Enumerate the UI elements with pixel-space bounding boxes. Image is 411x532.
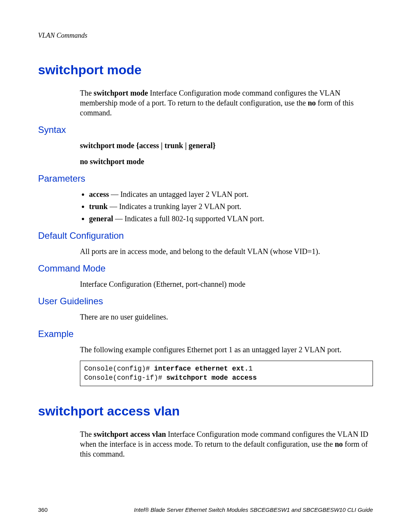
param-name: trunk (89, 202, 108, 211)
code-arg: 1 (249, 365, 253, 372)
intro-paragraph: The switchport mode Interface Configurat… (80, 88, 373, 118)
running-head: VLAN Commands (38, 32, 373, 40)
example-code-box: Console(config)# interface ethernet ext.… (80, 361, 373, 386)
command-name: switchport mode (94, 89, 148, 97)
page-footer: 360 Intel® Blade Server Ethernet Switch … (38, 506, 373, 513)
code-command: interface ethernet ext. (154, 365, 249, 372)
param-desc: — Indicates an untagged layer 2 VLAN por… (109, 190, 249, 198)
text: Interface Configuration (Ethernet, port-… (80, 279, 373, 289)
text: There are no user guidelines. (80, 312, 373, 322)
parameters-block: access — Indicates an untagged layer 2 V… (80, 189, 373, 224)
parameter-item: trunk — Indicates a trunking layer 2 VLA… (89, 201, 373, 211)
parameter-item: access — Indicates an untagged layer 2 V… (89, 189, 373, 199)
param-name: access (89, 190, 109, 198)
intro-paragraph: The switchport access vlan Interface Con… (80, 429, 373, 459)
code-command: switchport mode access (166, 374, 257, 382)
text: The (80, 89, 94, 97)
heading-command-mode: Command Mode (38, 263, 373, 274)
param-name: general (89, 214, 113, 223)
default-config-block: All ports are in access mode, and belong… (80, 246, 373, 256)
parameter-item: general — Indicates a full 802-1q suppor… (89, 214, 373, 224)
heading-default-configuration: Default Configuration (38, 230, 373, 241)
heading-user-guidelines: User Guidelines (38, 296, 373, 307)
code-line: Console(config)# interface ethernet ext.… (84, 364, 369, 373)
syntax-block: switchport mode {access | trunk | genera… (80, 141, 373, 166)
page: VLAN Commands switchport mode The switch… (0, 0, 411, 532)
command-name: switchport access vlan (94, 430, 166, 438)
prompt: Console(config-if)# (84, 374, 166, 382)
text: The following example configures Etherne… (80, 345, 373, 355)
page-number: 360 (38, 506, 48, 513)
param-desc: — Indicates a trunking layer 2 VLAN port… (108, 202, 241, 211)
text: All ports are in access mode, and belong… (80, 246, 373, 256)
section-title-switchport-access-vlan: switchport access vlan (38, 404, 373, 419)
heading-parameters: Parameters (38, 173, 373, 184)
syntax-line: no switchport mode (80, 157, 373, 166)
syntax-line: switchport mode {access | trunk | genera… (80, 141, 373, 150)
heading-syntax: Syntax (38, 125, 373, 135)
code-line: Console(config-if)# switchport mode acce… (84, 373, 369, 382)
guide-title: Intel® Blade Server Ethernet Switch Modu… (134, 506, 373, 513)
command-mode-block: Interface Configuration (Ethernet, port-… (80, 279, 373, 289)
prompt: Console(config)# (84, 365, 154, 372)
user-guidelines-block: There are no user guidelines. (80, 312, 373, 322)
keyword-no: no (335, 440, 343, 448)
keyword-no: no (308, 99, 316, 107)
text: The (80, 430, 94, 438)
example-block: The following example configures Etherne… (80, 345, 373, 386)
section-title-switchport-mode: switchport mode (38, 62, 373, 77)
param-desc: — Indicates a full 802-1q supported VLAN… (113, 214, 264, 223)
heading-example: Example (38, 329, 373, 339)
